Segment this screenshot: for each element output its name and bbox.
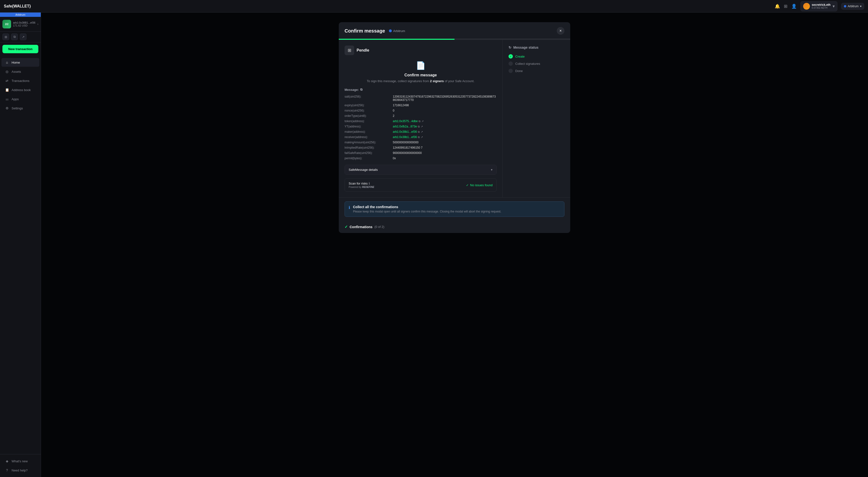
collect-title: Collect all the confirmations bbox=[353, 205, 501, 209]
message-field-value: arb1:0xfb2a...873e⧉↗ bbox=[393, 124, 497, 129]
message-label: Message: ⧉ bbox=[345, 88, 497, 92]
message-field-row: makingAmount(uint256):5000000000000000 bbox=[345, 140, 497, 145]
sidebar-item-address-book[interactable]: 📋 Address book bbox=[1, 86, 39, 94]
status-steps: ✓CreateCollect signaturesDone bbox=[508, 54, 564, 73]
safe-msg-chevron-icon: ▾ bbox=[491, 168, 493, 172]
network-dot bbox=[844, 5, 846, 7]
address-copy-icon[interactable]: ⧉ bbox=[418, 125, 420, 128]
sidebar-expand-icon: › bbox=[37, 23, 38, 26]
message-field-value: 5000000000000000 bbox=[393, 140, 497, 145]
transactions-icon: ⇄ bbox=[5, 79, 9, 82]
sidebar-external-icon[interactable]: ↗ bbox=[20, 33, 27, 40]
message-field-value: 0 bbox=[393, 108, 497, 113]
sidebar-item-apps[interactable]: ⚏ Apps bbox=[1, 95, 39, 103]
message-field-row: YT(address):arb1:0xfb2a...873e⧉↗ bbox=[345, 124, 497, 129]
confirmations-label: Confirmations bbox=[350, 225, 373, 229]
modal-close-button[interactable]: × bbox=[557, 27, 564, 35]
safe-message-details: SafeMessage details ▾ bbox=[345, 165, 497, 175]
account-name: secretrick.eth bbox=[812, 3, 831, 6]
sidebar-item-transactions[interactable]: ⇄ Transactions bbox=[1, 76, 39, 85]
modal-title: Confirm message bbox=[345, 28, 385, 34]
redefine-logo: REDEFINE bbox=[362, 186, 374, 189]
scan-info-icon[interactable]: ℹ bbox=[369, 182, 370, 185]
safe-avatar: 2/2 bbox=[2, 20, 11, 28]
sidebar-item-need-help[interactable]: ? Need help? bbox=[1, 466, 39, 475]
safe-info: arb1:0x38B1...ef36 171.62 USD bbox=[13, 21, 35, 27]
avatar-multi-icon[interactable]: 👤 bbox=[791, 4, 797, 9]
header-right: 🔔 ⊞ 👤 secretrick.eth 0.07302 AETH ▾ Arbi… bbox=[775, 1, 864, 11]
nav-label-assets: Assets bbox=[11, 70, 21, 73]
new-transaction-button[interactable]: New transaction bbox=[2, 45, 38, 53]
confirmations-header: ✓ Confirmations (0 of 2) bbox=[345, 225, 564, 229]
sidebar-item-whats-new[interactable]: ◈ What's new bbox=[1, 457, 39, 466]
sidebar-qr-icon[interactable]: ⊞ bbox=[2, 33, 9, 40]
address-external-icon[interactable]: ↗ bbox=[422, 120, 424, 123]
sidebar-item-settings[interactable]: ⚙ Settings bbox=[1, 104, 39, 112]
message-field-row: receiver(address):arb1:0x38b1...ef36⧉↗ bbox=[345, 134, 497, 140]
notification-icon[interactable]: 🔔 bbox=[775, 4, 780, 9]
sidebar-bottom: ◈ What's new ? Need help? bbox=[0, 454, 41, 477]
message-field-value: 0x bbox=[393, 156, 497, 161]
sidebar-account[interactable]: 2/2 arb1:0x38B1...ef36 171.62 USD › bbox=[0, 17, 41, 32]
message-field-key: maker(address): bbox=[345, 129, 393, 134]
confirmations-section: ✓ Confirmations (0 of 2) bbox=[345, 221, 564, 233]
step-dot-create: ✓ bbox=[508, 54, 513, 59]
message-field-row: failSafeRate(uint256):900000000000000000 bbox=[345, 150, 497, 156]
account-widget[interactable]: secretrick.eth 0.07302 AETH ▾ bbox=[801, 1, 837, 11]
collect-text: Collect all the confirmations Please kee… bbox=[353, 205, 501, 213]
whats-new-icon: ◈ bbox=[5, 459, 9, 463]
network-badge[interactable]: Arbitrum ▾ bbox=[841, 3, 864, 10]
nav-label-transactions: Transactions bbox=[11, 79, 29, 82]
status-title: ↻ Message status bbox=[508, 45, 564, 49]
message-field-key: receiver(address): bbox=[345, 134, 393, 140]
account-info: secretrick.eth 0.07302 AETH bbox=[812, 3, 831, 9]
help-icon: ? bbox=[5, 468, 9, 472]
message-field-key: failSafeRate(uint256): bbox=[345, 150, 393, 156]
refresh-icon: ↻ bbox=[508, 45, 512, 49]
top-header: Safe{WALLET} 🔔 ⊞ 👤 secretrick.eth 0.0730… bbox=[0, 0, 868, 12]
address-external-icon[interactable]: ↗ bbox=[421, 125, 423, 128]
sidebar-icons: ⊞ ⧉ ↗ bbox=[0, 32, 41, 42]
message-field-row: salt(uint256):12063191124307479167229632… bbox=[345, 94, 497, 103]
message-field-row: expiry(uint256):1716612498 bbox=[345, 103, 497, 108]
app-info: ⊞ Pendle bbox=[345, 45, 497, 55]
message-field-value: arb1:0x38b1...ef36⧉↗ bbox=[393, 134, 497, 140]
sidebar-copy-icon[interactable]: ⧉ bbox=[11, 33, 18, 40]
collect-desc: Please keep this modal open until all si… bbox=[353, 210, 501, 213]
modal-network-dot bbox=[389, 29, 392, 32]
address-copy-icon[interactable]: ⧉ bbox=[418, 120, 421, 123]
scan-risks-label: Scan for risks ℹ bbox=[349, 182, 374, 185]
stack-icon[interactable]: ⊞ bbox=[784, 4, 787, 9]
safe-message-toggle[interactable]: SafeMessage details ▾ bbox=[345, 165, 496, 174]
address-copy-icon[interactable]: ⧉ bbox=[418, 130, 420, 133]
nav-label-address-book: Address book bbox=[11, 88, 31, 92]
modal-body: ⊞ Pendle 📄 Confirm message To sign this … bbox=[339, 40, 570, 197]
safe-balance: 171.62 USD bbox=[13, 24, 35, 27]
signers-count: 2 signers bbox=[430, 79, 444, 83]
nav-label-home: Home bbox=[11, 61, 20, 64]
step-dot-done bbox=[508, 69, 513, 73]
sidebar-item-home[interactable]: ⌂ Home bbox=[1, 58, 39, 67]
message-field-row: maker(address):arb1:0x38b1...ef36⧉↗ bbox=[345, 129, 497, 134]
message-field-key: permit(bytes): bbox=[345, 156, 393, 161]
nav-label-apps: Apps bbox=[11, 97, 19, 101]
step-label-done: Done bbox=[515, 69, 523, 73]
sidebar-item-assets[interactable]: ◎ Assets bbox=[1, 67, 39, 76]
app-title: Safe{WALLET} bbox=[4, 4, 31, 8]
message-field-row: token(address):arb1:0x3575...4dbe⧉↗ bbox=[345, 118, 497, 124]
modal-overlay: Confirm message Arbitrum × bbox=[41, 12, 868, 477]
message-field-key: YT(address): bbox=[345, 124, 393, 129]
confirmations-check-icon: ✓ bbox=[345, 225, 348, 229]
nav-label-settings: Settings bbox=[11, 106, 23, 110]
apps-icon: ⚏ bbox=[5, 97, 9, 101]
scan-left: Scan for risks ℹ Powered by REDEFINE bbox=[349, 182, 374, 189]
address-external-icon[interactable]: ↗ bbox=[421, 136, 423, 139]
address-external-icon[interactable]: ↗ bbox=[421, 130, 423, 133]
modal-container: Confirm message Arbitrum × bbox=[339, 22, 570, 233]
address-book-icon: 📋 bbox=[5, 88, 9, 92]
account-avatar bbox=[803, 3, 810, 10]
address-copy-icon[interactable]: ⧉ bbox=[418, 136, 420, 139]
modal-network-label: Arbitrum bbox=[393, 29, 405, 33]
message-copy-icon[interactable]: ⧉ bbox=[360, 88, 362, 92]
message-field-key: makingAmount(uint256): bbox=[345, 140, 393, 145]
